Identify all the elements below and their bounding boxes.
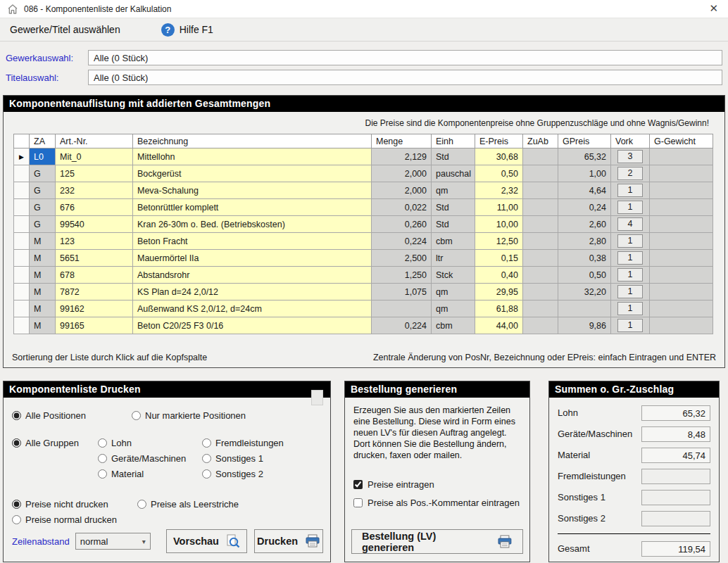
cell-zuab[interactable]: [523, 301, 558, 317]
cell-artnr[interactable]: 5651: [56, 250, 133, 267]
vorschau-button[interactable]: Vorschau: [166, 529, 247, 553]
table-row[interactable]: M7872KS Plan d=24 2,0/121,075qm29,9532,2…: [14, 284, 713, 301]
radio-sonstiges-1[interactable]: [202, 454, 211, 463]
col-zuab[interactable]: ZuAb: [523, 134, 558, 148]
cell-einh[interactable]: pauschal: [432, 165, 475, 182]
zeilenabstand-select[interactable]: normal ▾: [75, 533, 151, 550]
cell-einh[interactable]: qm: [432, 301, 475, 317]
cell-zuab[interactable]: [523, 284, 558, 301]
table-row[interactable]: G125Bockgerüst2,000pauschal0,501,002: [14, 165, 713, 182]
row-selector[interactable]: [14, 182, 30, 199]
cell-ggewicht[interactable]: [650, 165, 713, 182]
cell-zuab[interactable]: [523, 199, 558, 216]
cell-artnr[interactable]: Mit_0: [56, 148, 133, 165]
cell-ggewicht[interactable]: [650, 199, 713, 216]
cell-menge[interactable]: 0,260: [372, 216, 432, 233]
close-icon[interactable]: ✕: [706, 4, 721, 14]
cell-zuab[interactable]: [523, 233, 558, 250]
cell-zuab[interactable]: [523, 165, 558, 182]
col-bezeichnung[interactable]: Bezeichnung: [133, 134, 372, 148]
cell-vork[interactable]: 1: [611, 301, 650, 317]
cell-menge[interactable]: 1,250: [372, 267, 432, 284]
cell-bezeichnung[interactable]: Meva-Schalung: [133, 182, 372, 199]
cell-ggewicht[interactable]: [650, 233, 713, 250]
cell-artnr[interactable]: 99162: [56, 301, 133, 317]
row-selector[interactable]: [14, 317, 30, 334]
radio-fremdleistungen[interactable]: [202, 438, 211, 448]
table-row[interactable]: M99162Außenwand KS 2,0/12, d=24cmqm61,88…: [14, 301, 713, 317]
cell-bezeichnung[interactable]: Abstandsrohr: [133, 267, 372, 284]
col-vork[interactable]: Vork: [611, 134, 650, 148]
cell-artnr[interactable]: 123: [56, 233, 133, 250]
row-selector[interactable]: [14, 284, 30, 301]
cell-epreis[interactable]: 2,32: [475, 182, 523, 199]
cell-einh[interactable]: ltr: [432, 250, 475, 267]
radio-geraete-maschinen[interactable]: [98, 454, 107, 463]
cell-epreis[interactable]: 11,00: [475, 199, 523, 216]
cell-einh[interactable]: cbm: [432, 317, 475, 334]
cell-bezeichnung[interactable]: Beton Fracht: [133, 233, 372, 250]
cell-artnr[interactable]: 7872: [56, 284, 133, 301]
table-row[interactable]: M123Beton Fracht0,224cbm12,502,801: [14, 233, 713, 250]
cell-za[interactable]: M: [30, 284, 56, 301]
cell-ggewicht[interactable]: [650, 216, 713, 233]
col-epreis[interactable]: E-Preis: [475, 134, 523, 148]
cell-menge[interactable]: [372, 301, 432, 317]
radio-markierte-positionen[interactable]: [132, 411, 141, 420]
row-selector[interactable]: [14, 301, 30, 317]
cell-gpreis[interactable]: 9,86: [558, 317, 611, 334]
table-row[interactable]: G232Meva-Schalung2,000qm2,324,641: [14, 182, 713, 199]
cell-vork[interactable]: 1: [611, 267, 650, 284]
menu-item-gewerke-titel[interactable]: Gewerke/Titel auswählen: [10, 24, 120, 35]
cell-bezeichnung[interactable]: Kran 26-30m o. Bed. (Betriebskosten): [133, 216, 372, 233]
drucken-button[interactable]: Drucken: [254, 529, 323, 553]
cell-vork[interactable]: 1: [611, 317, 650, 334]
cell-za[interactable]: M: [30, 267, 56, 284]
row-selector[interactable]: ▶: [14, 148, 30, 165]
gewerkauswahl-field[interactable]: Alle (0 Stück): [88, 50, 722, 65]
radio-material[interactable]: [98, 469, 107, 479]
menu-item-hilfe[interactable]: ? Hilfe F1: [161, 23, 213, 37]
cell-einh[interactable]: Stck: [432, 267, 475, 284]
cell-epreis[interactable]: 12,50: [475, 233, 523, 250]
cell-bezeichnung[interactable]: KS Plan d=24 2,0/12: [133, 284, 372, 301]
cell-einh[interactable]: Std: [432, 216, 475, 233]
table-row[interactable]: G99540Kran 26-30m o. Bed. (Betriebskoste…: [14, 216, 713, 233]
table-row[interactable]: M99165Beton C20/25 F3 0/160,224cbm44,009…: [14, 317, 713, 334]
cell-artnr[interactable]: 125: [56, 165, 133, 182]
col-ggewicht[interactable]: G-Gewicht: [650, 134, 713, 148]
cell-vork[interactable]: 3: [611, 148, 650, 165]
cell-za[interactable]: M: [30, 233, 56, 250]
cell-zuab[interactable]: [523, 148, 558, 165]
cell-vork[interactable]: 2: [611, 165, 650, 182]
cell-menge[interactable]: 2,500: [372, 250, 432, 267]
cell-ggewicht[interactable]: [650, 250, 713, 267]
cell-bezeichnung[interactable]: Mauermörtel IIa: [133, 250, 372, 267]
cell-menge[interactable]: 2,000: [372, 165, 432, 182]
cell-gpreis[interactable]: 0,38: [558, 250, 611, 267]
cell-ggewicht[interactable]: [650, 148, 713, 165]
cell-bezeichnung[interactable]: Betonrüttler komplett: [133, 199, 372, 216]
radio-alle-gruppen[interactable]: [12, 438, 21, 448]
row-selector[interactable]: [14, 216, 30, 233]
cell-artnr[interactable]: 232: [56, 182, 133, 199]
col-za[interactable]: ZA: [30, 134, 56, 148]
table-row[interactable]: M678Abstandsrohr1,250Stck0,400,501: [14, 267, 713, 284]
row-selector[interactable]: [14, 165, 30, 182]
cell-bezeichnung[interactable]: Mittellohn: [133, 148, 372, 165]
cell-menge[interactable]: 0,022: [372, 199, 432, 216]
cell-ggewicht[interactable]: [650, 284, 713, 301]
radio-preise-nicht-drucken[interactable]: [12, 500, 21, 509]
col-einh[interactable]: Einh: [432, 134, 475, 148]
table-row[interactable]: ▶L0Mit_0Mittellohn2,129Std30,6865,323: [14, 148, 713, 165]
cell-gpreis[interactable]: 1,00: [558, 165, 611, 182]
cell-zuab[interactable]: [523, 250, 558, 267]
cell-menge[interactable]: 2,129: [372, 148, 432, 165]
cell-gpreis[interactable]: 0,50: [558, 267, 611, 284]
cell-gpreis[interactable]: 2,60: [558, 216, 611, 233]
cell-ggewicht[interactable]: [650, 301, 713, 317]
cell-gpreis[interactable]: 32,20: [558, 284, 611, 301]
cell-epreis[interactable]: 61,88: [475, 301, 523, 317]
cell-einh[interactable]: cbm: [432, 233, 475, 250]
checkbox-pos-kommentar[interactable]: [353, 498, 363, 507]
